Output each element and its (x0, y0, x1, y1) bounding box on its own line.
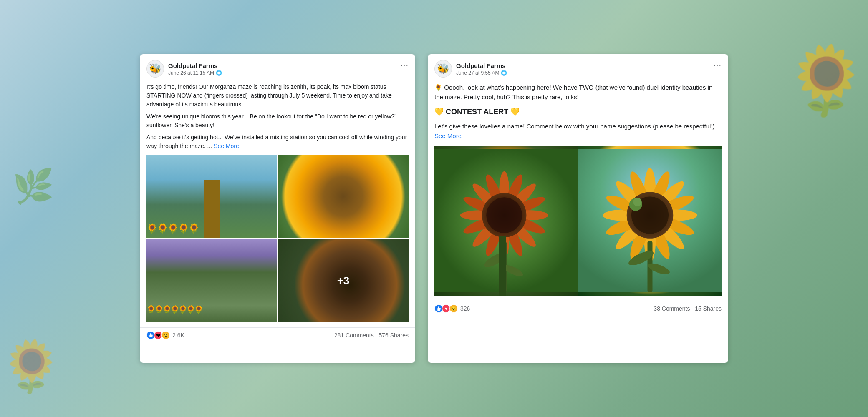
globe-icon-right: 🌐 (501, 70, 507, 76)
svg-rect-19 (502, 242, 507, 292)
page-name-right[interactable]: Goldpetal Farms (456, 62, 722, 70)
like-emoji-right (434, 304, 443, 313)
reaction-section-right: ♥ 😮 326 (434, 304, 470, 313)
card-body-left: It's go time, friends! Our Morganza maze… (140, 81, 415, 327)
post-text-left: It's go time, friends! Our Morganza maze… (146, 83, 409, 151)
globe-icon-left: 🌐 (216, 70, 222, 76)
image-grid-left: +3 (146, 155, 409, 322)
post-date-left: June 26 at 11:15 AM (168, 70, 214, 76)
reaction-icons-right: ♥ 😮 (434, 304, 458, 313)
post-date-right: June 27 at 9:55 AM (456, 70, 499, 76)
image-dark-sunflower (434, 146, 578, 296)
comments-count-right[interactable]: 38 Comments (654, 305, 690, 312)
reaction-section-left: ❤ 😮 2.6K (146, 331, 184, 339)
wow-emoji-left: 😮 (161, 331, 170, 339)
grid-cell-2[interactable] (278, 155, 409, 238)
post-card-right: 🐝 Goldpetal Farms June 27 at 9:55 AM 🌐 ·… (428, 54, 728, 363)
wow-emoji-right: 😮 (449, 304, 458, 313)
image-grid-right (434, 146, 722, 296)
reactions-left: ❤ 😮 2.6K 281 Comments 576 Shares (140, 327, 415, 343)
grid-cell-3[interactable] (146, 239, 277, 322)
reactions-right: ♥ 😮 326 38 Comments 15 Shares (428, 301, 728, 316)
image-field-purple (146, 239, 277, 322)
page-container: 🐝 Goldpetal Farms June 26 at 11:15 AM 🌐 … (0, 0, 868, 417)
love-emoji-left: ❤ (154, 331, 162, 339)
reaction-count-right: 326 (460, 305, 470, 312)
comments-count-left[interactable]: 281 Comments (334, 332, 374, 339)
see-more-right[interactable]: See More (434, 132, 462, 139)
post-text-p3: And because it's getting hot... We've in… (146, 133, 409, 151)
grid-cell-4[interactable]: +3 (278, 239, 409, 322)
header-info-right: Goldpetal Farms June 27 at 9:55 AM 🌐 (456, 62, 722, 76)
shares-count-right[interactable]: 15 Shares (695, 305, 722, 312)
grid-cell-right-1[interactable] (434, 146, 578, 296)
grid-cell-1[interactable] (146, 155, 277, 238)
engagement-left: 281 Comments 576 Shares (334, 332, 409, 339)
contest-line: 💛 CONTEST ALERT 💛 (434, 107, 722, 116)
more-button-left[interactable]: ··· (400, 60, 409, 70)
post-text-intro-right: 🌻 Ooooh, look at what's happening here! … (434, 83, 722, 102)
reaction-icons-left: ❤ 😮 (146, 331, 170, 339)
image-sunflower-yellow (278, 155, 409, 238)
see-more-left[interactable]: See More (214, 143, 239, 149)
love-emoji-right: ♥ (442, 304, 450, 313)
post-header-right: 🐝 Goldpetal Farms June 27 at 9:55 AM 🌐 ·… (428, 54, 728, 81)
shares-count-left[interactable]: 576 Shares (378, 332, 409, 339)
reaction-count-left: 2.6K (172, 332, 184, 339)
more-button-right[interactable]: ··· (713, 60, 722, 70)
svg-point-45 (633, 198, 642, 206)
post-text-p1: It's go time, friends! Our Morganza maze… (146, 83, 409, 109)
avatar-bee-icon-right: 🐝 (437, 63, 449, 75)
page-name-left[interactable]: Goldpetal Farms (168, 62, 409, 70)
image-bright-sunflower (578, 146, 722, 296)
image-field-path (146, 155, 277, 238)
post-card-left: 🐝 Goldpetal Farms June 26 at 11:15 AM 🌐 … (140, 54, 415, 363)
like-emoji-left (146, 331, 155, 339)
svg-point-18 (486, 197, 522, 233)
post-text-body-right: Let's give these lovelies a name! Commen… (434, 121, 722, 141)
grid-cell-right-2[interactable] (578, 146, 722, 296)
header-info-left: Goldpetal Farms June 26 at 11:15 AM 🌐 (168, 62, 409, 76)
avatar-left: 🐝 (146, 60, 164, 78)
post-text-p2: We're seeing unique blooms this year... … (146, 112, 409, 130)
avatar-bee-icon: 🐝 (149, 63, 161, 75)
post-header-left: 🐝 Goldpetal Farms June 26 at 11:15 AM 🌐 … (140, 54, 415, 81)
post-meta-left: June 26 at 11:15 AM 🌐 (168, 70, 409, 76)
post-meta-right: June 27 at 9:55 AM 🌐 (456, 70, 722, 76)
avatar-right: 🐝 (434, 60, 452, 78)
card-body-right: 🌻 Ooooh, look at what's happening here! … (428, 81, 728, 301)
engagement-right: 38 Comments 15 Shares (654, 305, 722, 312)
plus-overlay: +3 (278, 239, 409, 322)
